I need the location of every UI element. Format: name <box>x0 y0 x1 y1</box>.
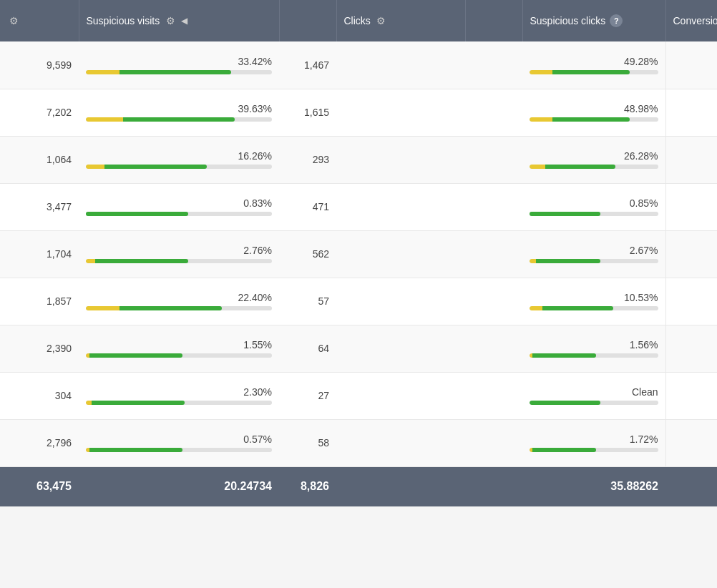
cell-suspicious-visits: 2.76% <box>79 230 279 278</box>
susp-visits-pct-text: 0.83% <box>243 197 272 209</box>
footer-total-susp-clicks-pct: 35.88262 <box>522 466 665 506</box>
cell-suspicious-visits: 1.55% <box>79 325 279 372</box>
cell-visits: 1,064 <box>0 136 79 183</box>
cell-suspicious-clicks: 1.72% <box>522 419 665 466</box>
cell-conversion <box>665 372 717 419</box>
footer-clicks-empty <box>336 466 465 506</box>
cell-suspicious-clicks: 49.28% <box>522 41 665 89</box>
cell-suspicious-clicks: 48.98% <box>522 89 665 136</box>
susp-clicks-bar <box>530 448 658 452</box>
gear-icon-visits[interactable]: ⚙ <box>7 14 20 27</box>
susp-clicks-bar <box>530 165 658 169</box>
cell-suspicious-clicks: 0.85% <box>522 183 665 230</box>
susp-visits-pct-text: 39.63% <box>238 103 272 114</box>
cell-suspicious-clicks-num <box>465 41 522 89</box>
susp-visits-pct-text: 16.26% <box>238 150 272 162</box>
th-clicks: Clicks ⚙ <box>336 0 465 41</box>
cell-conversion <box>665 325 717 372</box>
cell-suspicious-visits: 0.83% <box>79 183 279 230</box>
cell-suspicious-clicks: 26.28% <box>522 136 665 183</box>
susp-clicks-pct-text: 10.53% <box>624 292 658 303</box>
th-conversion-label: Conversio... <box>673 15 718 26</box>
cell-visits: 7,202 <box>0 89 79 136</box>
gear-icon-clicks[interactable]: ⚙ <box>375 14 388 27</box>
susp-visits-pct-text: 0.57% <box>243 433 272 445</box>
cell-suspicious-clicks-num <box>465 183 522 230</box>
susp-clicks-bar <box>530 259 658 263</box>
th-suspicious-clicks: Suspicious clicks ? <box>522 0 665 41</box>
clean-label: Clean <box>632 386 658 398</box>
cell-conversion <box>665 230 717 278</box>
main-table-container: ⚙ Suspicious visits ⚙ ◀ Clicks <box>0 0 717 506</box>
footer-total-visits: 63,475 <box>0 466 79 506</box>
th-conversion: Conversio... <box>665 0 717 41</box>
cell-clicks-num: 27 <box>279 372 336 419</box>
susp-clicks-pct-text: 48.98% <box>624 103 658 114</box>
gear-icon-suspicious-visits[interactable]: ⚙ <box>164 14 177 27</box>
cell-clicks <box>336 230 465 278</box>
th-suspicious-visits: Suspicious visits ⚙ ◀ <box>79 0 279 41</box>
cell-suspicious-clicks: 2.67% <box>522 230 665 278</box>
cell-suspicious-clicks-num <box>465 89 522 136</box>
cell-suspicious-visits: 2.30% <box>79 372 279 419</box>
cell-visits: 304 <box>0 372 79 419</box>
susp-clicks-pct-text: 1.56% <box>630 339 658 351</box>
footer-susp-clicks-pct-text: 35.88262 <box>610 480 658 493</box>
susp-visits-pct-text: 1.55% <box>243 339 272 351</box>
table-row: 1,704 2.76% 562 2.67% <box>0 230 717 278</box>
cell-clicks <box>336 419 465 466</box>
susp-clicks-pct-text: 2.67% <box>630 245 658 256</box>
susp-visits-pct-text: 2.30% <box>243 386 272 398</box>
cell-clicks-num: 562 <box>279 230 336 278</box>
table-row: 3,477 0.83% 471 0.85% <box>0 183 717 230</box>
susp-visits-bar <box>86 401 272 405</box>
table-row: 9,599 33.42% 1,467 49.28% <box>0 41 717 89</box>
cell-visits: 1,704 <box>0 230 79 278</box>
cell-clicks-num: 1,615 <box>279 89 336 136</box>
cell-clicks <box>336 41 465 89</box>
susp-clicks-bar <box>530 212 658 216</box>
cell-suspicious-clicks: 10.53% <box>522 278 665 325</box>
table-body: 9,599 33.42% 1,467 49.28% 7,202 39.63 <box>0 41 717 466</box>
susp-visits-bar <box>86 70 272 74</box>
table-footer-row: 63,475 20.24734 8,826 35.88262 <box>0 466 717 506</box>
susp-clicks-pct-text: 0.85% <box>630 197 658 209</box>
th-visits-number: ⚙ <box>0 0 79 41</box>
cell-conversion <box>665 278 717 325</box>
footer-total-susp-visits-pct: 20.24734 <box>79 466 279 506</box>
cell-conversion <box>665 183 717 230</box>
cell-conversion <box>665 419 717 466</box>
th-suspicious-visits-label: Suspicious visits <box>87 15 160 26</box>
susp-visits-bar <box>86 306 272 310</box>
cell-conversion <box>665 136 717 183</box>
cell-clicks-num: 1,467 <box>279 41 336 89</box>
table-header-row: ⚙ Suspicious visits ⚙ ◀ Clicks <box>0 0 717 41</box>
cell-conversion <box>665 41 717 89</box>
cell-suspicious-clicks-num <box>465 325 522 372</box>
susp-visits-bar <box>86 212 272 216</box>
susp-visits-bar <box>86 353 272 358</box>
cell-clicks-num: 57 <box>279 278 336 325</box>
susp-visits-pct-text: 33.42% <box>238 56 272 67</box>
cell-conversion <box>665 89 717 136</box>
th-clicks-label: Clicks <box>344 15 371 26</box>
cell-clicks-num: 293 <box>279 136 336 183</box>
table-row: 7,202 39.63% 1,615 48.98% <box>0 89 717 136</box>
help-icon-suspicious-clicks[interactable]: ? <box>610 14 623 27</box>
arrow-icon-suspicious-visits: ◀ <box>181 16 187 26</box>
cell-suspicious-visits: 39.63% <box>79 89 279 136</box>
cell-visits: 3,477 <box>0 183 79 230</box>
cell-visits: 2,796 <box>0 419 79 466</box>
cell-suspicious-clicks-num <box>465 230 522 278</box>
cell-suspicious-clicks: 1.56% <box>522 325 665 372</box>
susp-clicks-bar <box>530 306 658 310</box>
footer-total-clicks: 8,826 <box>279 466 336 506</box>
susp-clicks-pct-text: 1.72% <box>630 433 658 445</box>
susp-visits-bar <box>86 117 272 122</box>
cell-suspicious-clicks-num <box>465 419 522 466</box>
th-clicks-number <box>279 0 336 41</box>
table-row: 304 2.30% 27 Clean <box>0 372 717 419</box>
th-suspicious-clicks-label: Suspicious clicks <box>530 15 606 26</box>
susp-visits-pct-text: 2.76% <box>243 245 272 256</box>
table-row: 2,390 1.55% 64 1.56% <box>0 325 717 372</box>
